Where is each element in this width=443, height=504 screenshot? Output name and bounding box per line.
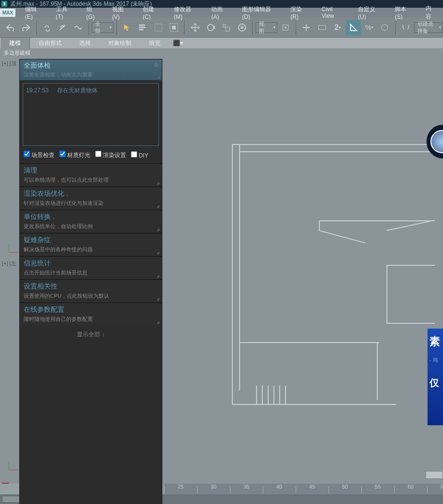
reference-coord-dropdown[interactable]: 视图: [256, 22, 277, 33]
viewport-label-top[interactable]: [+] [顶: [2, 60, 16, 67]
window-crossing-button[interactable]: [167, 20, 181, 35]
check-render[interactable]: 渲染设置: [95, 151, 126, 159]
log-time: 19:27:53: [26, 87, 49, 94]
svg-rect-0: [139, 24, 145, 26]
section-title: 在线参数配置: [24, 305, 158, 314]
menu-view[interactable]: 视图(V): [106, 5, 137, 20]
menu-edit[interactable]: 编辑(E): [19, 5, 50, 20]
ribbon-tab-dropdown-icon[interactable]: ⬛▾: [169, 38, 187, 48]
unlink-button[interactable]: [55, 20, 70, 35]
expand-triangle-icon: ◢: [157, 320, 159, 324]
select-by-name-button[interactable]: [135, 20, 150, 35]
expand-triangle-icon: ◢: [157, 250, 159, 255]
ruler-tick: 25: [164, 484, 197, 494]
svg-point-12: [285, 27, 286, 29]
section-desc: 设置使用的CPU，点此按钮设为默认: [24, 292, 158, 300]
menu-tools[interactable]: 工具(T): [50, 5, 81, 20]
max-menu-button[interactable]: MAX: [0, 9, 15, 17]
menu-graph-editors[interactable]: 图形编辑器(D): [236, 5, 285, 20]
keyboard-shortcut-button[interactable]: [315, 20, 329, 35]
section-units[interactable]: 单位转换 . 更改系统单位，自动处理比例 ◢: [20, 210, 162, 233]
section-desc: 针对渲染农场进行优化与加速渲染: [24, 200, 158, 207]
plugin-panel: 全面体检 渲前全面检查，动画尤为重要 ☆ ◢ 19:27:53 存在无材质物体 …: [19, 59, 162, 504]
ruler-tick: 50: [329, 484, 361, 494]
link-button[interactable]: [40, 20, 54, 35]
time-ruler[interactable]: 25 30 35 40 45 50 55 60 65: [164, 484, 443, 494]
section-troubleshoot[interactable]: 疑难杂症 解决场景中的各种奇怪的问题 ◢: [20, 233, 162, 256]
select-region-button[interactable]: [151, 20, 166, 35]
section-cleanup[interactable]: 清理 可以单独清理，也可以点此全部处理 ◢: [20, 163, 162, 187]
section-renderfarm[interactable]: 渲染农场优化 . 针对渲染农场进行优化与加速渲染 ◢: [20, 187, 162, 210]
section-desc: 点击开始统计当前场景信息: [24, 269, 158, 276]
check-render-box[interactable]: [95, 151, 101, 157]
section-desc: 更改系统单位，自动处理比例: [24, 223, 158, 230]
menu-group[interactable]: 组(G): [81, 5, 106, 20]
ribbon-tab-freeform[interactable]: 自由形式: [30, 38, 71, 48]
section-settings[interactable]: 设置相关性 设置使用的CPU，点此按钮设为默认 ◢: [20, 279, 162, 302]
ruler-tick: 60: [394, 484, 427, 494]
bind-space-warp-button[interactable]: [71, 20, 86, 35]
panel-subtitle: 渲前全面检查，动画尤为重要: [24, 71, 158, 78]
menu-maxscript[interactable]: 脚本(S): [389, 5, 420, 20]
svg-point-6: [208, 24, 214, 30]
section-title: 渲染农场优化 .: [24, 189, 158, 198]
panel-header-full-check[interactable]: 全面体检 渲前全面检查，动画尤为重要 ☆ ◢: [20, 59, 162, 80]
select-place-button[interactable]: [235, 20, 249, 35]
undo-button[interactable]: [3, 20, 17, 35]
redo-button[interactable]: [18, 20, 33, 35]
section-stats[interactable]: 信息统计 点击开始统计当前场景信息 ◢: [20, 256, 162, 279]
ruler-tick: 45: [296, 484, 329, 494]
floorplan-geometry: [232, 144, 435, 405]
promo-banner[interactable]: 素 - 玮 仅: [428, 329, 443, 425]
snap-toggle-button[interactable]: 2▾: [330, 20, 345, 35]
section-desc: 可以单独清理，也可以点此全部处理: [24, 176, 158, 184]
select-rotate-button[interactable]: [203, 20, 218, 35]
check-material-box[interactable]: [59, 151, 66, 157]
select-manipulate-button[interactable]: [299, 20, 314, 35]
named-selection-dropdown[interactable]: 创建选择集: [414, 22, 443, 33]
menu-customize[interactable]: 自定义(U): [352, 5, 389, 20]
select-move-button[interactable]: [187, 20, 202, 35]
svg-rect-8: [226, 27, 229, 31]
svg-rect-1: [139, 27, 145, 28]
favorite-star-icon[interactable]: ☆: [154, 61, 159, 68]
menu-animation[interactable]: 动画(A): [205, 5, 236, 20]
select-object-button[interactable]: [120, 20, 134, 35]
ribbon-tab-populate[interactable]: 填充: [140, 38, 169, 48]
ruler-tick: 65: [427, 484, 443, 494]
expand-triangle-icon: ◢: [157, 297, 159, 301]
horizontal-scrollbar[interactable]: [426, 471, 443, 479]
spinner-snap-button[interactable]: [377, 20, 392, 35]
use-pivot-center-button[interactable]: [278, 20, 293, 35]
selection-filter-dropdown[interactable]: 全部: [92, 22, 114, 33]
section-desc: 解决场景中的各种奇怪的问题: [24, 246, 158, 253]
viewport-label-left[interactable]: [+] [左: [2, 260, 16, 267]
section-desc: 随时随地使用自己的参数配置: [24, 316, 158, 323]
menu-rendering[interactable]: 渲染(R): [285, 5, 315, 20]
svg-rect-2: [139, 29, 143, 30]
menu-civil-view[interactable]: Civil View: [316, 6, 352, 19]
check-diy[interactable]: DIY: [131, 151, 148, 159]
percent-snap-button[interactable]: %▾: [362, 20, 376, 35]
check-material-light[interactable]: 材质灯光: [59, 151, 90, 159]
section-title: 设置相关性: [24, 282, 158, 291]
menu-modifiers[interactable]: 修改器(M): [168, 5, 206, 20]
ribbon-tab-selection[interactable]: 选择: [71, 38, 100, 48]
show-all-button[interactable]: 显示全部 ↓: [20, 326, 162, 344]
angle-snap-button[interactable]: [346, 20, 360, 35]
check-scene-box[interactable]: [24, 151, 30, 157]
check-diy-box[interactable]: [131, 151, 137, 158]
log-output: 19:27:53 存在无材质物体: [23, 83, 159, 146]
promo-text-1: 素: [429, 334, 441, 349]
select-scale-button[interactable]: [219, 20, 233, 35]
section-online-params[interactable]: 在线参数配置 随时随地使用自己的参数配置 ◢: [20, 302, 162, 326]
expand-triangle-icon: ◢: [157, 75, 160, 79]
ribbon-tab-object-paint[interactable]: 对象绘制: [100, 38, 140, 48]
check-row: 场景检查 材质灯光 渲染设置 DIY: [20, 149, 162, 163]
edit-named-sel-button[interactable]: [399, 20, 413, 35]
check-scene[interactable]: 场景检查: [24, 151, 55, 159]
svg-rect-3: [155, 24, 162, 31]
menu-create[interactable]: 创建(C): [137, 5, 168, 20]
menu-content[interactable]: 内容: [420, 4, 443, 21]
ribbon-tab-modeling[interactable]: 建模: [0, 38, 30, 48]
